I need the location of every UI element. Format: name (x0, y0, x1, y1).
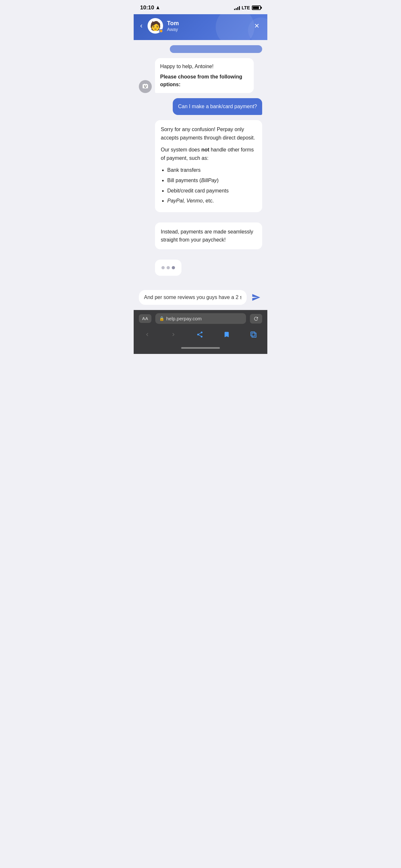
user-message-bubble: Can I make a bank/card payment? (173, 98, 262, 115)
url-text: help.perpay.com (166, 316, 202, 321)
payment-para2: Our system does not handle other forms o… (161, 146, 256, 162)
payment-para2-prefix: Our system does (161, 147, 201, 152)
url-bar[interactable]: 🔒 help.perpay.com (155, 313, 246, 324)
list-item-2: Bill payments (BillPay) (167, 176, 256, 185)
greeting-text: Happy to help, Antoine! (160, 63, 249, 70)
bar1 (234, 9, 235, 10)
battery-fill (253, 6, 259, 9)
billpay-italic: BillPay (201, 178, 217, 183)
payment-para2-bold: not (201, 147, 209, 152)
input-area (134, 286, 267, 310)
refresh-button[interactable] (250, 314, 262, 323)
user-message-row: Can I make a bank/card payment? (139, 98, 262, 115)
svg-rect-6 (251, 332, 255, 336)
loading-bubble (155, 259, 181, 276)
payment-para1: Sorry for any confusion! Perpay only acc… (161, 125, 256, 142)
agent-response-row: Instead, payments are made seamlessly st… (139, 222, 262, 254)
dot-2 (166, 266, 170, 269)
avatar-wrapper: 🧑 (148, 18, 163, 34)
signal-bars (234, 5, 240, 10)
paypal-italic: PayPal, Venmo (167, 198, 203, 204)
message-input[interactable] (139, 290, 247, 305)
time-label: 10:10 (140, 4, 154, 11)
svg-rect-5 (144, 87, 146, 88)
agent-greeting-bubble: Happy to help, Antoine! Please choose fr… (155, 58, 254, 93)
status-dot (159, 29, 163, 33)
nav-back-icon (144, 331, 150, 338)
dot-1 (161, 266, 165, 269)
tabs-icon (250, 331, 257, 338)
agent-status: Away (167, 27, 179, 32)
list-item-1: Bank transfers (167, 166, 256, 175)
loading-row (139, 259, 262, 281)
bot-icon (139, 80, 152, 93)
svg-rect-0 (143, 84, 148, 89)
svg-point-4 (146, 86, 147, 87)
agent-name: Tom (167, 20, 179, 27)
status-bar: 10:10 LTE (134, 0, 267, 14)
share-button[interactable] (194, 330, 206, 339)
chat-area: Happy to help, Antoine! Please choose fr… (134, 40, 267, 281)
lock-icon: 🔒 (159, 316, 164, 321)
bot-svg-icon (142, 83, 149, 90)
agent-payment-bubble: Sorry for any confusion! Perpay only acc… (155, 120, 262, 212)
nav-forward-icon (170, 331, 177, 338)
home-indicator (134, 345, 267, 354)
agent-payment-row: Sorry for any confusion! Perpay only acc… (139, 120, 262, 217)
bar2 (236, 8, 237, 10)
refresh-icon (253, 316, 259, 321)
agent-greeting-row: Happy to help, Antoine! Please choose fr… (139, 58, 262, 93)
agent-response-bubble: Instead, payments are made seamlessly st… (155, 222, 262, 249)
agent-text: Tom Away (167, 20, 179, 32)
tabs-button[interactable] (247, 330, 259, 339)
bar4 (239, 6, 240, 10)
list-item-3: Debit/credit card payments (167, 187, 256, 195)
lte-label: LTE (242, 5, 250, 10)
status-time: 10:10 (140, 4, 160, 11)
status-icons: LTE (234, 5, 261, 10)
close-button[interactable]: ✕ (253, 21, 261, 31)
svg-rect-2 (146, 84, 147, 85)
nav-forward-button[interactable] (167, 330, 179, 339)
prompt-text: Please choose from the following options… (160, 73, 249, 89)
bookmarks-icon (223, 331, 230, 338)
battery-icon (252, 5, 261, 10)
browser-bar: AA 🔒 help.perpay.com (134, 310, 267, 327)
home-bar (181, 347, 220, 349)
navigation-icon (156, 5, 160, 10)
agent-info: 🧑 Tom Away (148, 18, 253, 34)
dot-3 (172, 266, 175, 269)
nav-back-button[interactable] (142, 330, 153, 339)
send-button[interactable] (250, 291, 262, 304)
send-icon (251, 293, 260, 302)
safari-nav (134, 327, 267, 345)
list-item-4: PayPal, Venmo, etc. (167, 197, 256, 205)
svg-point-3 (144, 86, 145, 87)
bookmarks-button[interactable] (220, 330, 233, 339)
share-icon (196, 331, 204, 338)
back-button[interactable]: ‹ (140, 20, 145, 31)
chat-header: ‹ 🧑 Tom Away ✕ (134, 14, 267, 40)
font-size-button[interactable]: AA (139, 314, 151, 323)
bar3 (237, 7, 238, 10)
payment-list: Bank transfers Bill payments (BillPay) D… (161, 166, 256, 205)
loading-dots (161, 266, 175, 269)
svg-rect-1 (144, 84, 145, 85)
